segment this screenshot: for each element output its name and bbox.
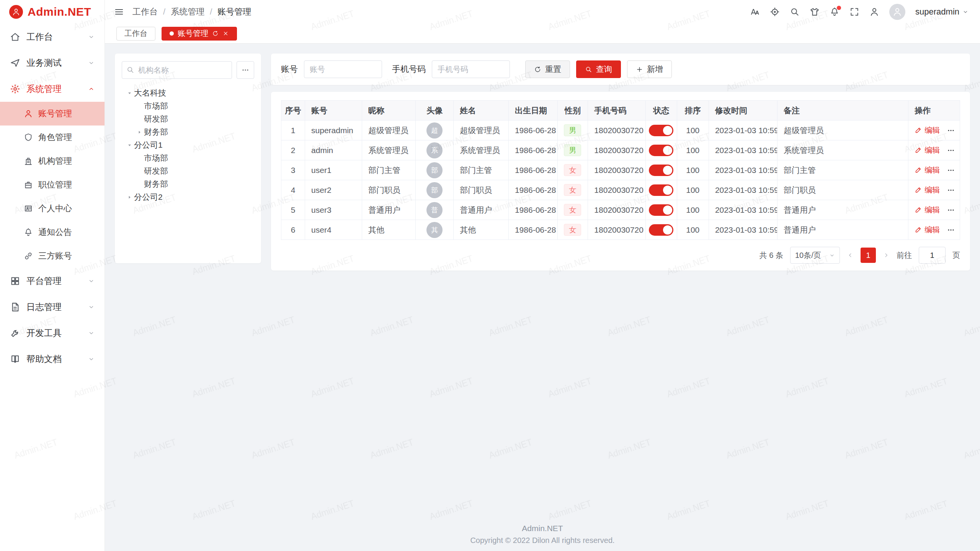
cell-modified-time: 2023-01-03 10:59:44: [709, 121, 777, 140]
brand-logo[interactable]: Admin.NET: [0, 0, 105, 24]
more-actions-button[interactable]: [947, 126, 955, 135]
org-tree: 大名科技市场部研发部财务部分公司1市场部研发部财务部分公司2: [122, 86, 254, 204]
sidebar-subitem-2-3[interactable]: 职位管理: [0, 173, 105, 197]
accounts-table-card: 序号账号昵称头像姓名出生日期性别手机号码状态排序修改时间备注操作 1supera…: [271, 92, 970, 271]
breadcrumb-item-0[interactable]: 工作台: [132, 6, 158, 18]
breadcrumb-item-2: 账号管理: [217, 6, 251, 18]
more-actions-button[interactable]: [947, 206, 955, 214]
status-toggle[interactable]: [649, 125, 673, 136]
status-toggle[interactable]: [649, 165, 673, 176]
tab-refresh-icon[interactable]: [212, 30, 219, 37]
sidebar-subitem-2-1[interactable]: 角色管理: [0, 126, 105, 149]
edit-button[interactable]: 编辑: [915, 145, 940, 155]
add-button[interactable]: 新增: [627, 60, 672, 78]
sidebar-item-0[interactable]: 工作台: [0, 24, 105, 50]
sidebar-subitem-2-6[interactable]: 三方账号: [0, 244, 105, 268]
edit-button[interactable]: 编辑: [915, 165, 940, 175]
sidebar-item-2[interactable]: 系统管理: [0, 76, 105, 102]
app-root: Admin.NET 工作台业务测试系统管理账号管理角色管理机构管理职位管理个人中…: [0, 0, 980, 551]
tree-node[interactable]: 市场部: [122, 99, 254, 112]
table-row: 5user3普通用户普普通用户1986-06-28女18020030720100…: [281, 200, 960, 220]
tree-node[interactable]: 财务部: [122, 178, 254, 191]
tree-node[interactable]: 研发部: [122, 165, 254, 178]
role-icon: [24, 133, 33, 142]
font-size-icon[interactable]: [750, 7, 760, 17]
sidebar-item-1[interactable]: 业务测试: [0, 50, 105, 76]
prev-page-button[interactable]: [847, 252, 854, 259]
tree-node-label: 大名科技: [134, 88, 166, 98]
sidebar-subitem-2-0[interactable]: 账号管理: [0, 102, 105, 126]
account-input[interactable]: [304, 60, 382, 78]
status-toggle[interactable]: [649, 204, 673, 216]
page-number-1[interactable]: 1: [861, 248, 876, 263]
tree-node-label: 分公司1: [134, 140, 163, 150]
tab-close-icon[interactable]: [222, 30, 229, 37]
account-icon[interactable]: [869, 7, 879, 17]
sidebar-item-3[interactable]: 平台管理: [0, 268, 105, 294]
edit-button[interactable]: 编辑: [915, 185, 940, 195]
cell-name: 部门主管: [454, 160, 509, 180]
more-actions-button[interactable]: [947, 186, 955, 194]
org-search-input[interactable]: [122, 61, 232, 79]
status-toggle[interactable]: [649, 224, 673, 236]
phone-input[interactable]: [432, 60, 510, 78]
notification-bell-icon[interactable]: [830, 7, 840, 17]
tree-node[interactable]: 财务部: [122, 126, 254, 139]
sidebar-subitem-2-4[interactable]: 个人中心: [0, 197, 105, 220]
org-panel: 大名科技市场部研发部财务部分公司1市场部研发部财务部分公司2: [115, 54, 261, 263]
goto-page-input[interactable]: [919, 247, 946, 264]
tree-node[interactable]: 市场部: [122, 152, 254, 165]
breadcrumb-item-1[interactable]: 系统管理: [171, 6, 204, 18]
edit-label: 编辑: [924, 185, 940, 195]
sidebar-subitem-2-2[interactable]: 机构管理: [0, 149, 105, 173]
username: superadmin: [915, 7, 959, 17]
cell-index: 5: [281, 200, 305, 220]
more-actions-button[interactable]: [947, 146, 955, 155]
caret-down-icon[interactable]: [125, 142, 134, 148]
locate-icon[interactable]: [770, 7, 780, 17]
query-button[interactable]: 查询: [576, 60, 621, 78]
next-page-button[interactable]: [883, 252, 890, 259]
status-toggle[interactable]: [649, 145, 673, 156]
sidebar-subitem-label: 角色管理: [38, 132, 72, 143]
caret-down-icon[interactable]: [125, 90, 134, 96]
tab-account-management[interactable]: 账号管理: [162, 27, 237, 41]
menu-collapse-icon[interactable]: [114, 7, 124, 17]
cell-remark: 超级管理员: [777, 121, 908, 140]
sidebar-item-4[interactable]: 日志管理: [0, 294, 105, 320]
tree-node[interactable]: 分公司1: [122, 139, 254, 152]
more-actions-button[interactable]: [947, 226, 955, 234]
sidebar-item-5[interactable]: 开发工具: [0, 320, 105, 346]
edit-button[interactable]: 编辑: [915, 225, 940, 235]
tree-node[interactable]: 分公司2: [122, 191, 254, 204]
cell-modified-time: 2023-01-03 10:59:44: [709, 220, 777, 240]
profile-icon: [24, 204, 33, 213]
user-avatar[interactable]: [889, 4, 905, 20]
org-more-button[interactable]: [237, 61, 254, 79]
status-toggle[interactable]: [649, 184, 673, 196]
org-toolbar: [122, 61, 254, 79]
chevron-down-icon: [88, 304, 95, 310]
sidebar-subitem-label: 机构管理: [38, 155, 72, 167]
column-header: 手机号码: [588, 101, 646, 121]
query-label: 查询: [596, 64, 612, 75]
cell-nickname: 部门职员: [362, 180, 415, 200]
page-size-select[interactable]: 10条/页: [790, 247, 840, 264]
tree-node[interactable]: 研发部: [122, 112, 254, 126]
caret-right-icon[interactable]: [135, 129, 144, 135]
cell-phone: 18020030720: [588, 200, 646, 220]
tree-node[interactable]: 大名科技: [122, 86, 254, 99]
user-menu[interactable]: superadmin: [915, 7, 969, 17]
search-icon[interactable]: [790, 7, 800, 17]
cell-remark: 系统管理员: [777, 140, 908, 160]
caret-right-icon[interactable]: [125, 194, 134, 200]
fullscreen-icon[interactable]: [849, 7, 859, 17]
tab-workbench[interactable]: 工作台: [116, 27, 155, 41]
theme-icon[interactable]: [810, 7, 820, 17]
sidebar-item-6[interactable]: 帮助文档: [0, 346, 105, 372]
edit-button[interactable]: 编辑: [915, 125, 940, 135]
reset-button[interactable]: 重置: [525, 60, 570, 78]
sidebar-subitem-2-5[interactable]: 通知公告: [0, 220, 105, 244]
more-actions-button[interactable]: [947, 166, 955, 174]
edit-button[interactable]: 编辑: [915, 205, 940, 215]
